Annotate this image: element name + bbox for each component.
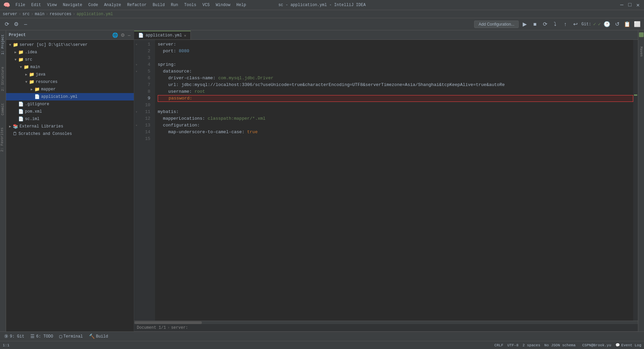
menu-bar[interactable]: File Edit View Navigate Code Analyze Ref… [13, 2, 249, 8]
fold-13[interactable]: ▾ [134, 122, 139, 129]
file-tree: ▼ 📁 server [sc] D:\git\sc\server ▶ 📁 .id… [6, 40, 134, 331]
scratches-label: Scratches and Consoles [19, 132, 72, 136]
line-num-6: 6 [139, 75, 152, 82]
breadcrumb-file[interactable]: application.yml [76, 12, 113, 17]
tree-scratches[interactable]: 🗒 Scratches and Consoles [6, 130, 134, 138]
vcs-button[interactable]: 📋 [623, 20, 631, 28]
tab-close-button[interactable]: ✕ [184, 33, 186, 38]
line-num-7: 7 [139, 82, 152, 88]
minimize-button[interactable]: — [619, 2, 624, 8]
history-button[interactable]: 🕐 [603, 20, 611, 28]
maven-tab[interactable]: Maven [639, 44, 644, 59]
tree-java[interactable]: ▶ 📁 java [6, 71, 134, 78]
layout-button[interactable]: ⬜ [633, 20, 641, 28]
toolbar: ⟳ ⚙ – Add Configuration... ▶ ■ ⟳ ⤵ ↑ ↩ G… [0, 18, 644, 30]
panel-globe-button[interactable]: 🌐 [112, 32, 119, 38]
tree-main[interactable]: ▼ 📁 main [6, 63, 134, 71]
git-bottom-icon: ⑨ [4, 333, 8, 339]
editor-content[interactable]: ▾ ▾ ▾ ▾ ▾ 1 2 3 [134, 40, 638, 321]
window-controls[interactable]: — □ ✕ [619, 2, 641, 8]
tree-src[interactable]: ▼ 📁 src [6, 56, 134, 63]
code-line-14: map-underscore-to-camel-case: true [158, 129, 633, 136]
editor-tab-application-yml[interactable]: 📄 application.yml ✕ [134, 31, 191, 39]
main-area: 1: Project 2: Structure Commit 2: Favori… [0, 30, 644, 331]
menu-code[interactable]: Code [86, 2, 101, 8]
tree-application-yml[interactable]: 📄 application.yml [6, 93, 134, 100]
fold-4[interactable]: ▾ [134, 61, 139, 68]
event-log-button[interactable]: 💬 Event Log [615, 343, 641, 347]
tree-external-libraries[interactable]: ▶ 📚 External Libraries [6, 123, 134, 130]
step-into-button[interactable]: ⤵ [551, 20, 559, 28]
commit-tab[interactable]: Commit [0, 100, 5, 118]
close-button[interactable]: ✕ [635, 2, 641, 8]
menu-analyze[interactable]: Analyze [101, 2, 124, 8]
terminal-icon: ▢ [59, 333, 62, 339]
git-bottom-button[interactable]: ⑨ 9: Git [1, 332, 27, 340]
status-position[interactable]: 1:1 [3, 343, 9, 347]
step-out-button[interactable]: ↑ [561, 20, 569, 28]
tree-resources[interactable]: ▼ 📁 resources [6, 78, 134, 86]
menu-run[interactable]: Run [168, 2, 181, 8]
sync-button[interactable]: ⟳ [3, 20, 11, 28]
step-over-button[interactable]: ⟳ [541, 20, 549, 28]
todo-button[interactable]: ☰ 6: TODO [28, 332, 56, 340]
maximize-button[interactable]: □ [627, 2, 633, 8]
src-arrow: ▼ [13, 58, 18, 62]
tree-gitignore[interactable]: 📄 .gitignore [6, 100, 134, 108]
fold-5[interactable]: ▾ [134, 68, 139, 75]
breadcrumb-main[interactable]: main [35, 12, 44, 17]
fold-11[interactable]: ▾ [134, 109, 139, 115]
menu-help[interactable]: Help [234, 2, 249, 8]
resume-button[interactable]: ↩ [571, 20, 579, 28]
menu-vcs[interactable]: VCS [200, 2, 213, 8]
code-area[interactable]: server: port: 8080 spring: datasource: [155, 40, 633, 321]
tree-idea[interactable]: ▶ 📁 .idea [6, 49, 134, 56]
rollback-button[interactable]: ↺ [613, 20, 621, 28]
mapper-arrow: ▶ [29, 87, 34, 91]
build-button[interactable]: 🔨 Build [86, 332, 111, 340]
tree-pom[interactable]: 📄 pom.xml [6, 108, 134, 115]
menu-build[interactable]: Build [150, 2, 167, 8]
status-schema[interactable]: No JSON schema [544, 343, 575, 347]
add-configuration-button[interactable]: Add Configuration... [474, 21, 519, 28]
src-label: src [25, 57, 32, 62]
status-encoding[interactable]: UTF-8 [508, 343, 519, 347]
left-vertical-tabs: 1: Project 2: Structure Commit 2: Favori… [0, 30, 6, 331]
menu-window[interactable]: Window [213, 2, 233, 8]
panel-settings-button[interactable]: ⚙ [120, 32, 126, 38]
git-check1: ✓ [593, 21, 596, 27]
scrollbar-thumb[interactable] [134, 321, 202, 324]
terminal-button[interactable]: ▢ Terminal [57, 332, 86, 340]
menu-file[interactable]: File [13, 2, 28, 8]
run-button[interactable]: ▶ [521, 20, 529, 28]
menu-tools[interactable]: Tools [182, 2, 199, 8]
gitignore-label: .gitignore [25, 102, 49, 107]
stop-button[interactable]: ■ [531, 20, 539, 28]
breadcrumb-resources[interactable]: resources [50, 12, 71, 17]
breadcrumb-src[interactable]: src [22, 12, 30, 17]
panel-header: Project 🌐 ⚙ – [6, 30, 134, 40]
tree-mapper[interactable]: ▶ 📁 mapper [6, 86, 134, 93]
collapse-button[interactable]: – [22, 20, 30, 28]
menu-refactor[interactable]: Refactor [124, 2, 149, 8]
menu-navigate[interactable]: Navigate [60, 2, 85, 8]
status-indent[interactable]: 2 spaces [523, 343, 541, 347]
menu-edit[interactable]: Edit [29, 2, 44, 8]
line-num-5: 5 [139, 68, 152, 75]
tree-iml[interactable]: 📄 sc.iml [6, 115, 134, 123]
project-tab[interactable]: 1: Project [0, 32, 5, 57]
fold-12 [134, 115, 139, 122]
structure-tab[interactable]: 2: Structure [0, 64, 5, 94]
breadcrumb-server[interactable]: server [3, 12, 17, 17]
code-line-2: port: 8080 [158, 48, 633, 55]
settings-button[interactable]: ⚙ [12, 20, 20, 28]
favorites-tab[interactable]: 2: Favorites [0, 125, 5, 154]
editor-scrollbar[interactable] [134, 321, 638, 324]
menu-view[interactable]: View [44, 2, 60, 8]
fold-1[interactable]: ▾ [134, 41, 139, 48]
panel-hide-button[interactable]: – [127, 32, 131, 38]
tree-root[interactable]: ▼ 📁 server [sc] D:\git\sc\server [6, 41, 134, 49]
resources-label: resources [36, 80, 58, 84]
fold-10 [134, 102, 139, 109]
status-line-sep[interactable]: CRLF [494, 343, 503, 347]
